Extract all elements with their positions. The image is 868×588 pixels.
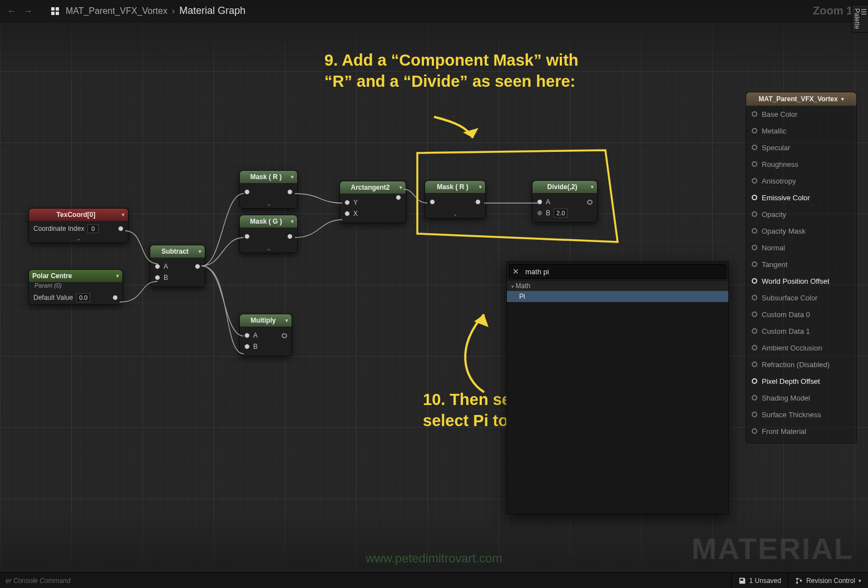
input-pin[interactable] bbox=[752, 362, 757, 367]
param-value[interactable]: 2.0 bbox=[554, 209, 568, 218]
input-pin[interactable] bbox=[244, 333, 250, 338]
material-pin-row[interactable]: Tangent bbox=[746, 256, 856, 273]
output-pin[interactable] bbox=[112, 295, 118, 300]
material-pin-row[interactable]: Pixel Depth Offset bbox=[746, 373, 856, 389]
input-pin[interactable] bbox=[537, 199, 542, 205]
input-pin[interactable] bbox=[752, 295, 757, 300]
nav-forward-icon[interactable]: → bbox=[22, 5, 34, 17]
input-pin[interactable] bbox=[752, 245, 757, 250]
material-pin-row[interactable]: Emissive Color bbox=[746, 189, 856, 206]
input-pin[interactable] bbox=[430, 199, 435, 205]
material-pin-row[interactable]: Normal bbox=[746, 239, 856, 256]
breadcrumb-item[interactable]: MAT_Parent_VFX_Vortex bbox=[66, 6, 167, 16]
node-subtract[interactable]: Subtract▾ A B bbox=[150, 245, 205, 287]
node-mask-r2[interactable]: Mask ( R )▾ ⌄ bbox=[425, 180, 486, 219]
material-pin-row[interactable]: Metallic bbox=[746, 122, 856, 139]
input-pin[interactable] bbox=[752, 111, 757, 117]
input-pin[interactable] bbox=[244, 234, 250, 239]
output-pin[interactable] bbox=[195, 264, 200, 269]
input-pin[interactable] bbox=[752, 195, 757, 200]
input-pin[interactable] bbox=[752, 161, 757, 167]
close-icon[interactable]: ✕ bbox=[510, 267, 522, 276]
material-pin-row[interactable]: Subsurface Color bbox=[746, 289, 856, 306]
output-pin[interactable] bbox=[118, 226, 124, 231]
output-pin[interactable] bbox=[287, 234, 293, 239]
input-pin[interactable] bbox=[752, 278, 757, 284]
material-pin-row[interactable]: Ambient Occlusion bbox=[746, 339, 856, 356]
input-pin[interactable] bbox=[752, 261, 757, 267]
palette-tab[interactable]: Palette bbox=[851, 4, 868, 33]
search-result-item[interactable]: Pi bbox=[507, 291, 728, 302]
chevron-down-icon[interactable]: ▾ bbox=[122, 212, 125, 218]
chevron-down-icon[interactable]: ⌄ bbox=[240, 245, 297, 253]
input-pin[interactable] bbox=[344, 200, 350, 205]
input-pin[interactable] bbox=[344, 211, 350, 216]
node-divide[interactable]: Divide(,2)▾ A B2.0 bbox=[532, 180, 598, 223]
input-pin[interactable] bbox=[244, 189, 250, 195]
material-pin-row[interactable]: Opacity Mask bbox=[746, 223, 856, 239]
node-polar-centre[interactable]: Polar Centre▾ Param (0) Default Value 0.… bbox=[28, 269, 123, 305]
material-pin-row[interactable]: Anisotropy bbox=[746, 172, 856, 189]
chevron-down-icon[interactable]: ⌄ bbox=[29, 235, 128, 243]
input-pin[interactable] bbox=[537, 210, 542, 216]
input-pin[interactable] bbox=[752, 395, 757, 401]
chevron-down-icon[interactable]: ▾ bbox=[841, 96, 844, 102]
input-pin[interactable] bbox=[155, 275, 160, 280]
chevron-down-icon[interactable]: ⌄ bbox=[240, 201, 297, 208]
chevron-down-icon[interactable]: ⌄ bbox=[425, 211, 485, 218]
material-pin-row[interactable]: Refraction (Disabled) bbox=[746, 356, 856, 373]
output-pin[interactable] bbox=[587, 200, 593, 205]
breadcrumb-home-icon[interactable] bbox=[49, 5, 61, 17]
material-output-panel[interactable]: MAT_Parent_VFX_Vortex▾ Base ColorMetalli… bbox=[746, 92, 857, 443]
input-pin[interactable] bbox=[752, 378, 757, 384]
node-mask-g[interactable]: Mask ( G )▾ ⌄ bbox=[239, 215, 298, 253]
input-pin[interactable] bbox=[752, 145, 757, 150]
node-texcoord[interactable]: TexCoord[0]▾ Coordinate Index 0 ⌄ bbox=[28, 208, 129, 243]
material-pin-row[interactable]: Surface Thickness bbox=[746, 406, 856, 423]
input-pin[interactable] bbox=[752, 128, 757, 134]
input-pin[interactable] bbox=[752, 412, 757, 417]
console-command-input[interactable]: er Console Command bbox=[0, 577, 76, 585]
input-pin[interactable] bbox=[752, 178, 757, 184]
output-pin[interactable] bbox=[396, 195, 401, 200]
material-pin-row[interactable]: Custom Data 0 bbox=[746, 306, 856, 323]
input-pin[interactable] bbox=[752, 345, 757, 350]
input-pin[interactable] bbox=[752, 211, 757, 217]
material-pin-row[interactable]: Base Color bbox=[746, 106, 856, 122]
chevron-down-icon[interactable]: ▾ bbox=[285, 318, 288, 323]
node-search-popup[interactable]: ✕ Math Pi bbox=[506, 261, 729, 514]
input-pin[interactable] bbox=[752, 312, 757, 317]
material-pin-row[interactable]: Front Material bbox=[746, 423, 856, 439]
material-pin-row[interactable]: World Position Offset bbox=[746, 273, 856, 289]
node-mask-r[interactable]: Mask ( R )▾ ⌄ bbox=[239, 170, 298, 209]
chevron-down-icon[interactable]: ▾ bbox=[591, 184, 594, 190]
input-pin[interactable] bbox=[155, 264, 160, 269]
input-pin[interactable] bbox=[752, 328, 757, 334]
output-pin[interactable] bbox=[282, 333, 287, 338]
chevron-down-icon[interactable]: ▾ bbox=[400, 185, 402, 190]
chevron-down-icon[interactable]: ▾ bbox=[199, 249, 201, 254]
input-pin[interactable] bbox=[244, 344, 250, 349]
material-pin-row[interactable]: Roughness bbox=[746, 156, 856, 172]
input-pin[interactable] bbox=[752, 228, 757, 234]
param-value[interactable]: 0 bbox=[87, 224, 98, 233]
output-pin[interactable] bbox=[475, 199, 481, 205]
chevron-down-icon[interactable]: ▾ bbox=[291, 219, 294, 224]
param-value[interactable]: 0.0 bbox=[76, 293, 90, 302]
search-input[interactable] bbox=[522, 268, 726, 276]
nav-back-icon[interactable]: ← bbox=[6, 5, 18, 17]
unsaved-button[interactable]: 1 Unsaved bbox=[731, 573, 788, 588]
material-pin-row[interactable]: Opacity bbox=[746, 206, 856, 223]
output-pin[interactable] bbox=[287, 189, 293, 195]
search-category[interactable]: Math bbox=[507, 281, 728, 291]
node-multiply[interactable]: Multiply▾ A B bbox=[239, 314, 292, 356]
node-arctangent2[interactable]: Arctangent2▾ Y X bbox=[339, 181, 406, 223]
material-pin-row[interactable]: Specular bbox=[746, 139, 856, 156]
chevron-down-icon[interactable]: ▾ bbox=[479, 184, 482, 190]
chevron-down-icon[interactable]: ▾ bbox=[116, 273, 119, 279]
revision-control-button[interactable]: Revision Control ▾ bbox=[788, 573, 868, 588]
material-pin-row[interactable]: Shading Model bbox=[746, 389, 856, 406]
input-pin[interactable] bbox=[752, 428, 757, 434]
material-pin-row[interactable]: Custom Data 1 bbox=[746, 323, 856, 339]
chevron-down-icon[interactable]: ▾ bbox=[291, 174, 294, 180]
